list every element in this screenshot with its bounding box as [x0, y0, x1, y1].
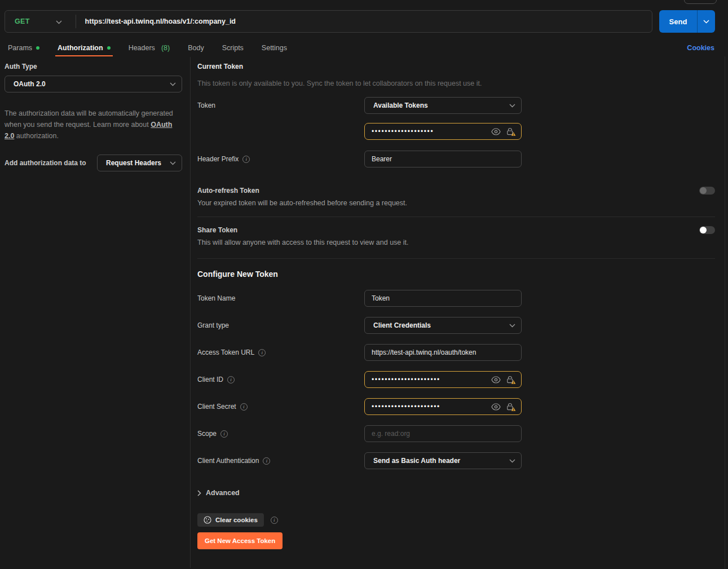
lock-warning-icon[interactable]	[506, 403, 516, 411]
auto-refresh-description: Your expired token will be auto-refreshe…	[197, 199, 715, 207]
url-input[interactable]	[76, 11, 652, 32]
advanced-label: Advanced	[206, 489, 240, 497]
token-label: Token	[197, 102, 364, 109]
auto-refresh-toggle[interactable]	[699, 187, 715, 195]
token-name-row: Token Name	[197, 290, 715, 307]
client-id-masked-input[interactable]	[372, 376, 486, 383]
request-bar: GET Send	[5, 10, 715, 33]
lock-warning-icon[interactable]	[506, 376, 516, 384]
tab-body-label: Body	[188, 44, 204, 52]
header-prefix-label: Header Prefix	[197, 155, 239, 163]
authorization-editor: Auth Type OAuth 2.0 The authorization da…	[0, 57, 728, 568]
current-token-subtext: This token is only available to you. Syn…	[197, 80, 715, 87]
tab-headers[interactable]: Headers(8)	[126, 40, 173, 56]
share-token-block: Share Token This will allow anyone with …	[197, 226, 715, 246]
chevron-right-icon	[197, 490, 201, 496]
section-divider	[197, 217, 715, 217]
token-masked-input[interactable]	[372, 127, 486, 135]
token-name-label: Token Name	[197, 294, 364, 302]
current-token-heading: Current Token	[197, 63, 715, 70]
info-icon[interactable]: i	[240, 403, 248, 411]
client-authentication-label: Client Authentication	[197, 457, 259, 465]
cookie-icon	[204, 516, 211, 524]
scope-row: Scope i	[197, 425, 715, 442]
info-icon[interactable]: i	[242, 156, 250, 163]
grant-type-value: Client Credentials	[373, 321, 509, 329]
eye-icon[interactable]	[491, 128, 501, 135]
url-box: GET	[5, 10, 652, 33]
share-token-toggle[interactable]	[699, 226, 715, 234]
send-options-chevron-down-icon[interactable]	[697, 10, 715, 33]
partial-button-outline	[684, 0, 717, 4]
add-auth-data-row: Add authorization data to Request Header…	[5, 155, 182, 171]
tab-settings[interactable]: Settings	[259, 40, 289, 56]
tab-scripts-label: Scripts	[222, 44, 244, 52]
available-tokens-select[interactable]: Available Tokens	[364, 97, 522, 114]
method-chevron-down-icon[interactable]	[36, 19, 76, 24]
clear-cookies-label: Clear cookies	[215, 517, 258, 523]
header-prefix-input[interactable]	[364, 151, 522, 167]
client-authentication-select[interactable]: Send as Basic Auth header	[364, 452, 522, 469]
info-icon[interactable]: i	[227, 376, 235, 383]
available-tokens-value: Available Tokens	[373, 102, 509, 109]
lock-warning-icon[interactable]	[506, 127, 516, 136]
method-selector[interactable]: GET	[5, 17, 36, 25]
params-status-dot	[36, 46, 39, 50]
token-name-input[interactable]	[364, 290, 522, 307]
tab-authorization-label: Authorization	[58, 44, 103, 52]
chevron-down-icon	[509, 324, 515, 328]
auth-description: The authorization data will be automatic…	[5, 108, 184, 142]
add-auth-data-select[interactable]: Request Headers	[97, 155, 182, 171]
tab-settings-label: Settings	[262, 44, 287, 52]
grant-type-label: Grant type	[197, 321, 364, 329]
send-button[interactable]: Send	[659, 10, 715, 33]
tab-params-label: Params	[8, 44, 32, 52]
client-id-masked-field[interactable]	[364, 371, 522, 388]
client-secret-label: Client Secret	[197, 403, 236, 411]
client-id-label: Client ID	[197, 376, 223, 383]
eye-icon[interactable]	[491, 403, 501, 411]
auth-type-select[interactable]: OAuth 2.0	[5, 76, 182, 92]
chevron-down-icon	[170, 161, 176, 165]
scroll-gutter	[725, 56, 725, 569]
token-masked-field[interactable]	[364, 123, 522, 140]
client-secret-masked-input[interactable]	[372, 403, 486, 411]
client-id-row: Client ID i	[197, 371, 715, 388]
tab-body[interactable]: Body	[186, 40, 206, 56]
headers-count-badge: (8)	[161, 44, 170, 52]
auth-description-text: The authorization data will be automatic…	[5, 109, 173, 129]
section-divider	[197, 258, 715, 259]
tab-params[interactable]: Params	[6, 40, 42, 56]
auth-type-label: Auth Type	[5, 63, 182, 70]
info-icon[interactable]: i	[220, 430, 228, 438]
header-prefix-row: Header Prefix i	[197, 151, 715, 167]
send-button-label[interactable]: Send	[659, 10, 697, 33]
request-tabs: Params Authorization Headers(8) Body Scr…	[0, 40, 728, 56]
cookies-link[interactable]: Cookies	[687, 44, 714, 52]
chevron-down-icon	[509, 104, 515, 108]
info-icon[interactable]: i	[258, 349, 266, 356]
grant-type-select[interactable]: Client Credentials	[364, 317, 522, 334]
add-auth-data-label: Add authorization data to	[5, 159, 97, 167]
tab-scripts[interactable]: Scripts	[220, 40, 246, 56]
info-icon[interactable]: i	[271, 517, 278, 524]
auth-description-text-2: authorization.	[14, 132, 59, 140]
client-secret-row: Client Secret i	[197, 398, 715, 415]
share-token-label: Share Token	[197, 226, 699, 234]
add-auth-data-value: Request Headers	[106, 159, 170, 167]
authorization-status-dot	[107, 46, 111, 50]
oauth2-config-panel: Current Token This token is only availab…	[191, 57, 728, 568]
client-secret-masked-field[interactable]	[364, 398, 522, 415]
eye-icon[interactable]	[491, 376, 501, 383]
get-new-access-token-button[interactable]: Get New Access Token	[197, 532, 283, 549]
advanced-section-toggle[interactable]: Advanced	[197, 489, 715, 497]
info-icon[interactable]: i	[263, 457, 270, 465]
client-authentication-value: Send as Basic Auth header	[373, 457, 509, 465]
scope-label: Scope	[197, 430, 217, 438]
scope-input[interactable]	[364, 425, 522, 442]
clear-cookies-button[interactable]: Clear cookies	[197, 513, 264, 527]
access-token-url-input[interactable]	[364, 344, 522, 361]
tab-authorization[interactable]: Authorization	[55, 40, 113, 56]
access-token-url-row: Access Token URL i	[197, 344, 715, 361]
chevron-down-icon	[170, 82, 176, 86]
